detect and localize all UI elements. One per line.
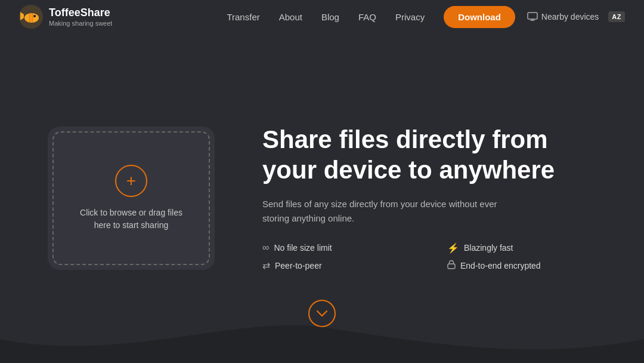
lightning-icon: ⚡ bbox=[447, 242, 459, 254]
nav-blog[interactable]: Blog bbox=[321, 12, 339, 22]
transfer-icon: ⇄ bbox=[262, 260, 270, 271]
logo-title: ToffeeShare bbox=[49, 7, 112, 20]
svg-rect-6 bbox=[528, 13, 537, 19]
hero-subtitle: Send files of any size directly from you… bbox=[262, 197, 501, 226]
feature-peer-to-peer: ⇄ Peer-to-peer bbox=[262, 260, 411, 272]
lock-icon bbox=[447, 260, 456, 272]
nav-transfer[interactable]: Transfer bbox=[227, 12, 259, 22]
right-content: Share files directly fromyour device to … bbox=[262, 125, 596, 272]
nearby-devices-button[interactable]: Nearby devices bbox=[527, 12, 599, 21]
plus-icon: + bbox=[126, 173, 136, 189]
svg-point-1 bbox=[24, 13, 39, 23]
infinity-icon: ∞ bbox=[262, 242, 269, 253]
logo-area: ToffeeShare Making sharing sweet bbox=[19, 5, 112, 29]
language-badge[interactable]: AZ bbox=[608, 11, 625, 22]
logo-icon bbox=[19, 5, 43, 29]
feature-label: No file size limit bbox=[274, 243, 332, 253]
nav-about[interactable]: About bbox=[279, 12, 302, 22]
logo-text-group: ToffeeShare Making sharing sweet bbox=[49, 7, 112, 27]
dropzone-text: Click to browse or drag fileshere to sta… bbox=[80, 207, 182, 232]
monitor-icon bbox=[527, 12, 538, 21]
nav-links: Transfer About Blog FAQ Privacy bbox=[227, 12, 425, 22]
svg-point-3 bbox=[33, 15, 36, 17]
nearby-devices-label: Nearby devices bbox=[541, 12, 599, 21]
feature-label: Peer-to-peer bbox=[275, 261, 322, 270]
feature-end-to-end-encrypted: End-to-end encrypted bbox=[447, 260, 596, 272]
feature-no-file-size-limit: ∞ No file size limit bbox=[262, 242, 411, 254]
navbar: ToffeeShare Making sharing sweet Transfe… bbox=[0, 0, 644, 33]
feature-label: End-to-end encrypted bbox=[460, 261, 541, 270]
download-button[interactable]: Download bbox=[444, 6, 515, 28]
plus-circle: + bbox=[115, 165, 147, 197]
dropzone-wrapper: + Click to browse or drag fileshere to s… bbox=[48, 127, 215, 270]
bottom-wave bbox=[0, 315, 644, 363]
features-grid: ∞ No file size limit ⚡ Blazingly fast ⇄ … bbox=[262, 242, 596, 272]
nav-privacy[interactable]: Privacy bbox=[395, 12, 425, 22]
logo-subtitle: Making sharing sweet bbox=[49, 20, 112, 27]
feature-blazingly-fast: ⚡ Blazingly fast bbox=[447, 242, 596, 254]
dropzone[interactable]: + Click to browse or drag fileshere to s… bbox=[52, 131, 210, 265]
feature-label: Blazingly fast bbox=[464, 243, 513, 253]
nav-faq[interactable]: FAQ bbox=[358, 12, 376, 22]
svg-rect-7 bbox=[448, 264, 455, 269]
hero-title: Share files directly fromyour device to … bbox=[262, 125, 596, 185]
